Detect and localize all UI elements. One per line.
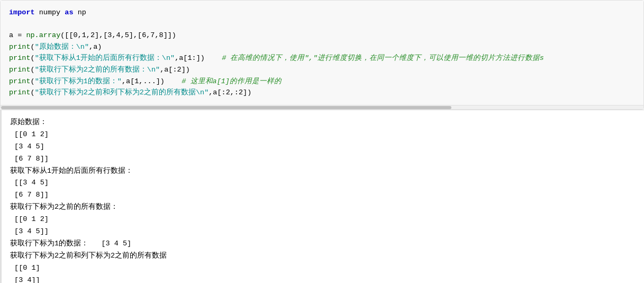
str-3: "获取行下标为2之前的所有数据：\n" (35, 66, 160, 74)
keyword-import: import (9, 8, 35, 16)
paren-3: ( (31, 66, 35, 74)
scrollbar-thumb[interactable] (1, 106, 451, 109)
func-print-3: print (9, 66, 31, 74)
module-numpy: numpy (39, 8, 65, 16)
str-5: "获取行下标为2之前和列下标为2之前的所有数据\n" (35, 89, 209, 96)
code-line-4: print("原始数据：\n",a) (9, 41, 635, 53)
paren-4: ( (31, 77, 35, 85)
print-args-3: ,a[:2]) (160, 66, 190, 74)
comment-2: # 这里和a[1]的作用是一样的 (182, 77, 282, 85)
func-print-1: print (9, 43, 31, 51)
paren-5: ( (31, 89, 35, 96)
keyword-as: as (65, 8, 73, 16)
code-cell: import numpy as np a = np.array([[0,1,2]… (0, 0, 644, 110)
func-print-5: print (9, 89, 31, 96)
print-args-1: ,a) (89, 43, 102, 51)
func-array: np.array (26, 31, 60, 39)
code-line-3: a = np.array([[0,1,2],[3,4,5],[6,7,8]]) (9, 30, 635, 41)
str-1: "原始数据：\n" (35, 43, 89, 51)
code-line-7: print("获取行下标为1的数据：",a[1,...]) # 这里和a[1]的… (9, 76, 635, 87)
notebook-container: import numpy as np a = np.array([[0,1,2]… (0, 0, 644, 283)
code-line-5: print("获取下标从1开始的后面所有行数据：\n",a[1:]) # 在高维… (9, 52, 635, 64)
output-cell: 原始数据： [[0 1 2] [3 4 5] [6 7 8]] 获取下标从1开始… (0, 110, 644, 283)
print-args-4: ,a[1,...]) (122, 77, 182, 85)
func-print-2: print (9, 54, 31, 62)
scrollbar-area[interactable] (1, 105, 643, 109)
alias-np: np (74, 8, 86, 16)
str-4: "获取行下标为1的数据：" (35, 77, 122, 85)
array-args: ([[0,1,2],[3,4,5],[6,7,8]]) (60, 31, 176, 39)
code-line-1: import numpy as np (9, 7, 635, 19)
print-args-2: ,a[1:]) (175, 54, 222, 62)
paren-2: ( (31, 54, 35, 62)
code-line-6: print("获取行下标为2之前的所有数据：\n",a[:2]) (9, 64, 635, 76)
print-args-5: ,a[:2,:2]) (208, 89, 251, 96)
code-cell-inner: import numpy as np a = np.array([[0,1,2]… (1, 1, 643, 105)
var-a: a (9, 31, 13, 39)
code-line-2 (9, 19, 635, 30)
comment-1: # 在高维的情况下，使用","进行维度切换，在同一个维度下，可以使用一维的切片方… (222, 54, 544, 62)
op-assign: = (13, 31, 26, 39)
func-print-4: print (9, 77, 31, 85)
str-2: "获取下标从1开始的后面所有行数据：\n" (35, 54, 175, 62)
code-line-8: print("获取行下标为2之前和列下标为2之前的所有数据\n",a[:2,:2… (9, 87, 635, 99)
paren-1: ( (31, 43, 35, 51)
